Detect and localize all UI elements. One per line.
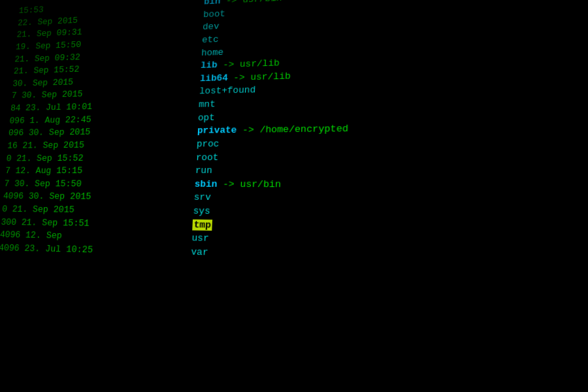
left-column: 15:5322. Sep 201521. Sep 09:3119. Sep 15… <box>0 0 198 392</box>
left-line: 4096 30. Sep 2015 <box>3 191 188 205</box>
screen-area: 15:5322. Sep 201521. Sep 09:3119. Sep 15… <box>0 0 588 392</box>
left-line: 0 21. Sep 15:52 <box>6 152 189 165</box>
right-line: root <box>195 148 588 165</box>
left-line: 4096 23. Jul 10:25 <box>0 242 184 259</box>
right-column: bin -> usr/binbootdevetchomelib -> usr/l… <box>176 0 588 392</box>
left-line: 7 12. Aug 15:15 <box>5 165 188 178</box>
left-line: 16 21. Sep 2015 <box>7 138 190 152</box>
left-line: 7 30. Sep 15:50 <box>4 178 188 191</box>
terminal-content: 15:5322. Sep 201521. Sep 09:3119. Sep 15… <box>0 0 588 392</box>
output-container: 15:5322. Sep 201521. Sep 09:3119. Sep 15… <box>0 0 588 392</box>
terminal-window: 15:5322. Sep 201521. Sep 09:3119. Sep 15… <box>0 0 588 392</box>
right-line: run <box>195 163 588 178</box>
right-line: sbin -> usr/bin <box>194 178 588 193</box>
